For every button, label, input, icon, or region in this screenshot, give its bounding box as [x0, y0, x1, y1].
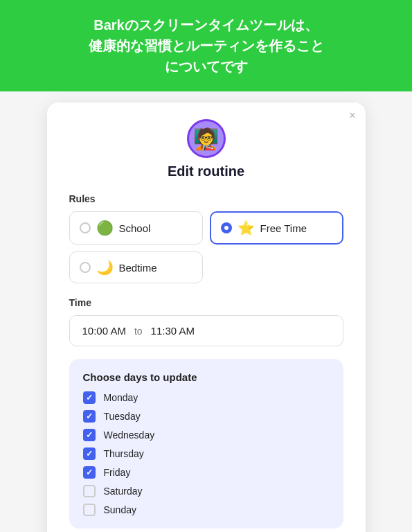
day-friday[interactable]: Friday	[83, 466, 330, 479]
day-saturday[interactable]: Saturday	[83, 485, 330, 497]
close-button[interactable]: ×	[349, 109, 355, 122]
school-label: School	[119, 222, 151, 234]
tuesday-label: Tuesday	[104, 411, 141, 422]
radio-school[interactable]	[80, 222, 91, 233]
day-thursday[interactable]: Thursday	[83, 447, 330, 460]
checkbox-monday[interactable]	[83, 391, 96, 404]
thursday-label: Thursday	[104, 448, 144, 459]
time-row[interactable]: 10:00 AM to 11:30 AM	[69, 315, 343, 346]
checkbox-tuesday[interactable]	[83, 410, 96, 423]
checkbox-friday[interactable]	[83, 466, 96, 479]
wednesday-label: Wednesday	[104, 429, 155, 441]
time-end[interactable]: 11:30 AM	[151, 325, 195, 337]
rules-label: Rules	[69, 193, 343, 204]
rule-bedtime[interactable]: 🌙 Bedtime	[69, 251, 203, 283]
checkbox-wednesday[interactable]	[83, 429, 96, 441]
checkbox-sunday[interactable]	[83, 504, 96, 516]
days-section: Choose days to update Monday Tuesday Wed…	[69, 359, 343, 529]
freetime-label: Free Time	[260, 222, 307, 234]
checkbox-thursday[interactable]	[83, 447, 96, 460]
edit-routine-modal: × 🧑‍🏫 Edit routine Rules 🟢 School ⭐ Free…	[47, 103, 366, 532]
modal-title: Edit routine	[69, 163, 343, 179]
school-icon: 🟢	[96, 220, 114, 236]
day-tuesday[interactable]: Tuesday	[83, 410, 330, 423]
day-sunday[interactable]: Sunday	[83, 504, 330, 516]
days-title: Choose days to update	[83, 371, 330, 383]
checkbox-saturday[interactable]	[83, 485, 96, 497]
banner-text: Barkのスクリーンタイムツールは、健康的な習慣とルーティンを作ることについてで…	[19, 15, 393, 77]
sunday-label: Sunday	[104, 504, 136, 515]
saturday-label: Saturday	[104, 486, 143, 497]
banner: Barkのスクリーンタイムツールは、健康的な習慣とルーティンを作ることについてで…	[0, 0, 412, 91]
bedtime-icon: 🌙	[96, 259, 114, 276]
friday-label: Friday	[104, 467, 131, 478]
freetime-icon: ⭐	[238, 220, 255, 236]
bedtime-label: Bedtime	[119, 262, 157, 274]
avatar: 🧑‍🏫	[187, 119, 226, 158]
time-start[interactable]: 10:00 AM	[82, 325, 126, 337]
time-label: Time	[69, 297, 343, 308]
rule-freetime[interactable]: ⭐ Free Time	[210, 211, 343, 245]
monday-label: Monday	[104, 392, 138, 403]
rules-grid: 🟢 School ⭐ Free Time	[69, 211, 343, 245]
rule-school[interactable]: 🟢 School	[69, 211, 203, 245]
day-wednesday[interactable]: Wednesday	[83, 429, 330, 441]
time-section: Time 10:00 AM to 11:30 AM	[69, 297, 343, 346]
time-to: to	[134, 326, 143, 337]
day-monday[interactable]: Monday	[83, 391, 330, 404]
radio-bedtime[interactable]	[80, 262, 91, 273]
radio-freetime[interactable]	[221, 222, 232, 233]
